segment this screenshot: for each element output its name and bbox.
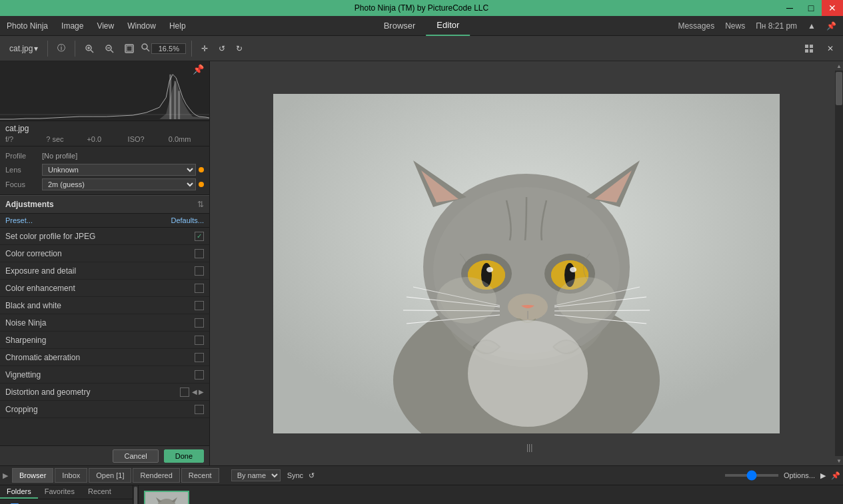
options-button[interactable]: Options... bbox=[784, 471, 815, 479]
adj-item-exposure[interactable]: Exposure and detail bbox=[0, 262, 209, 280]
focus-row: Focus 2m (guess) bbox=[0, 177, 209, 192]
adj-item-vignetting[interactable]: Vignetting bbox=[0, 366, 209, 383]
toolbar-sep-3 bbox=[191, 41, 192, 57]
svg-point-35 bbox=[486, 267, 493, 272]
adjustments-header: Adjustments ⇅ bbox=[0, 195, 209, 214]
adj-checkbox-cropping[interactable] bbox=[195, 405, 204, 414]
maximize-button[interactable]: □ bbox=[800, 0, 822, 16]
adj-checkbox-noise-ninja[interactable] bbox=[195, 318, 204, 328]
zoom-value[interactable]: 16.5% bbox=[151, 43, 186, 54]
histogram-pin[interactable]: 📌 bbox=[193, 64, 204, 75]
scroll-track bbox=[835, 71, 843, 456]
adj-item-jpeg-profile[interactable]: Set color profile for JPEG bbox=[0, 228, 209, 245]
folder-tab-favorites[interactable]: Favorites bbox=[38, 485, 81, 499]
close-button[interactable]: ✕ bbox=[822, 0, 843, 16]
adj-checkbox-color-enhancement[interactable] bbox=[195, 284, 204, 293]
tab-browser[interactable]: Browser bbox=[373, 16, 426, 36]
folder-vertical-scroll[interactable] bbox=[133, 485, 139, 504]
lens-select[interactable]: Unknown bbox=[42, 164, 196, 176]
adj-checkbox-color-correction[interactable] bbox=[195, 249, 204, 258]
zoom-in-button[interactable] bbox=[81, 42, 98, 55]
fit-window-button[interactable] bbox=[121, 42, 138, 55]
browser-arrow-icon[interactable]: ▶ bbox=[3, 471, 8, 480]
svg-rect-8 bbox=[127, 46, 132, 51]
folder-item-links[interactable]: Links bbox=[0, 501, 133, 504]
sync-label[interactable]: Sync bbox=[287, 471, 303, 479]
view-tabs: Browser Editor bbox=[373, 16, 470, 36]
scroll-thumb[interactable] bbox=[836, 72, 842, 105]
done-button[interactable]: Done bbox=[164, 449, 204, 463]
menu-help[interactable]: Help bbox=[163, 16, 193, 36]
up-arrow-icon[interactable]: ▲ bbox=[808, 21, 816, 31]
focal-length: 0.0mm bbox=[169, 135, 204, 143]
info-button[interactable]: ⓘ bbox=[53, 41, 69, 56]
lens-label: Lens bbox=[5, 166, 42, 174]
thumb-cat[interactable]: .jpg bbox=[144, 491, 189, 504]
adj-item-color-correction[interactable]: Color correction bbox=[0, 245, 209, 262]
zoom-out-button[interactable] bbox=[101, 42, 118, 55]
focus-select[interactable]: 2m (guess) bbox=[42, 178, 196, 190]
adj-checkbox-chromatic[interactable] bbox=[195, 353, 204, 362]
pan-button[interactable]: ✛ bbox=[197, 42, 212, 55]
adj-checkbox-exposure[interactable] bbox=[195, 266, 204, 276]
folder-tab-folders[interactable]: Folders bbox=[0, 485, 38, 499]
news-link[interactable]: News bbox=[725, 21, 745, 31]
browser-tab-browser[interactable]: Browser bbox=[12, 468, 53, 483]
browser-tab-rendered[interactable]: Rendered bbox=[133, 468, 179, 483]
adj-checkbox-distortion[interactable] bbox=[180, 387, 189, 397]
pin-icon[interactable]: 📌 bbox=[826, 21, 836, 31]
adjustments-sort-icon[interactable]: ⇅ bbox=[197, 200, 204, 209]
zoom-slider[interactable] bbox=[725, 474, 778, 477]
browser-right-arrow[interactable]: ▶ bbox=[820, 471, 826, 480]
scroll-down-button[interactable]: ▼ bbox=[835, 456, 843, 465]
browser-tab-open[interactable]: Open [1] bbox=[89, 468, 131, 483]
messages-link[interactable]: Messages bbox=[678, 21, 714, 31]
adj-checkbox-black-white[interactable] bbox=[195, 301, 204, 310]
adj-checkbox-vignetting[interactable] bbox=[195, 370, 204, 379]
menu-view[interactable]: View bbox=[90, 16, 121, 36]
adjustments-title: Adjustments bbox=[5, 200, 197, 209]
minimize-button[interactable]: ─ bbox=[779, 0, 800, 16]
histogram: 📌 bbox=[0, 61, 209, 121]
folder-tab-recent[interactable]: Recent bbox=[81, 485, 118, 499]
lens-info: Profile [No profile] Lens Unknown Focus … bbox=[0, 146, 209, 195]
preset-button[interactable]: Preset... bbox=[5, 216, 33, 224]
browser-right-controls: Options... ▶ 📌 bbox=[725, 471, 840, 480]
menu-photo-ninja[interactable]: Photo Ninja bbox=[0, 16, 55, 36]
rotate-right-button[interactable]: ↻ bbox=[232, 42, 247, 55]
svg-point-51 bbox=[556, 277, 616, 324]
adj-checkbox-sharpening[interactable] bbox=[195, 336, 204, 345]
vertical-scrollbar[interactable]: ▲ ▼ bbox=[835, 61, 843, 465]
adj-item-distortion[interactable]: Distortion and geometry ◀ ▶ bbox=[0, 383, 209, 401]
browser-pin[interactable]: 📌 bbox=[831, 471, 840, 480]
adj-item-cropping[interactable]: Cropping bbox=[0, 401, 209, 418]
scroll-up-button[interactable]: ▲ bbox=[835, 61, 843, 71]
adj-checkbox-jpeg-profile[interactable] bbox=[195, 232, 204, 241]
svg-rect-18 bbox=[174, 81, 176, 119]
distortion-expand-icon[interactable]: ◀ bbox=[192, 388, 197, 395]
browser-tab-inbox[interactable]: Inbox bbox=[55, 468, 87, 483]
thumb-img-cat[interactable] bbox=[144, 491, 189, 504]
toolbar: cat.jpg ▾ ⓘ 16.5% ✛ ↺ ↻ ✕ bbox=[0, 36, 843, 61]
adj-item-sharpening[interactable]: Sharpening bbox=[0, 332, 209, 349]
rotate-left-button[interactable]: ↺ bbox=[215, 42, 229, 55]
adj-item-color-enhancement[interactable]: Color enhancement bbox=[0, 280, 209, 297]
defaults-button[interactable]: Defaults... bbox=[171, 216, 204, 224]
filename-label[interactable]: cat.jpg ▾ bbox=[5, 42, 42, 55]
menu-image[interactable]: Image bbox=[55, 16, 90, 36]
browser-tab-recent[interactable]: Recent bbox=[181, 468, 219, 483]
distortion-expand-right[interactable]: ▶ bbox=[199, 388, 204, 395]
close-editor-button[interactable]: ✕ bbox=[823, 42, 838, 55]
title-bar: Photo Ninja (TM) by PictureCode LLC ─ □ … bbox=[0, 0, 843, 16]
grid-view-button[interactable] bbox=[800, 42, 818, 55]
sort-select[interactable]: By name bbox=[231, 469, 281, 481]
cancel-button[interactable]: Cancel bbox=[113, 449, 158, 463]
adj-item-chromatic[interactable]: Chromatic aberration bbox=[0, 349, 209, 366]
clock: Пн 8:21 pm bbox=[756, 21, 797, 31]
adj-item-black-white[interactable]: Black and white bbox=[0, 297, 209, 314]
shutter: ? sec bbox=[46, 135, 81, 143]
adj-item-noise-ninja[interactable]: Noise Ninja bbox=[0, 314, 209, 332]
tab-editor[interactable]: Editor bbox=[426, 16, 470, 36]
menu-window[interactable]: Window bbox=[121, 16, 163, 36]
refresh-icon[interactable]: ↺ bbox=[309, 471, 315, 480]
